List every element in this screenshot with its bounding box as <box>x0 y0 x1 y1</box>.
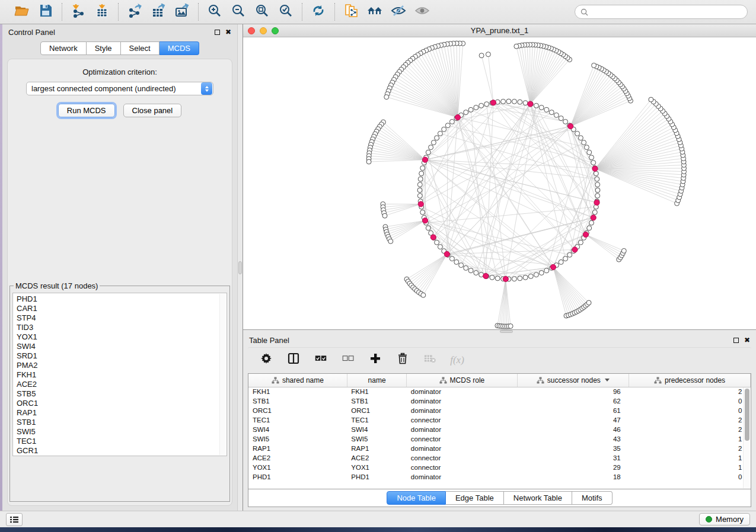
splitter-handle[interactable] <box>500 330 513 333</box>
float-panel-icon[interactable] <box>215 30 220 35</box>
first-neighbors-button[interactable] <box>365 3 385 21</box>
tab-network-table[interactable]: Network Table <box>504 491 572 505</box>
zoom-selected-button[interactable] <box>276 3 296 21</box>
tab-motifs[interactable]: Motifs <box>572 491 613 505</box>
table-cell[interactable]: 2 <box>629 415 751 425</box>
import-table-button[interactable] <box>92 3 112 21</box>
table-cell[interactable]: TEC1 <box>347 415 407 425</box>
result-node-item[interactable]: ORC1 <box>17 399 227 408</box>
tab-mcds[interactable]: MCDS <box>160 41 199 55</box>
result-node-item[interactable]: SRD1 <box>17 351 227 361</box>
result-node-item[interactable]: STB1 <box>17 418 227 427</box>
result-node-item[interactable]: STB5 <box>17 389 227 399</box>
task-history-button[interactable] <box>6 513 23 526</box>
column-visibility-button[interactable] <box>286 352 301 368</box>
table-cell[interactable]: 61 <box>517 406 629 415</box>
network-window-titlebar[interactable]: YPA_prune.txt_1 <box>243 24 756 37</box>
create-column-button[interactable] <box>368 352 383 368</box>
table-settings-button[interactable] <box>259 352 274 368</box>
table-cell[interactable]: 18 <box>517 472 629 482</box>
table-cell[interactable]: 96 <box>517 387 629 396</box>
result-node-item[interactable]: TEC1 <box>17 437 227 446</box>
result-node-item[interactable]: STP4 <box>17 313 227 323</box>
import-network-button[interactable] <box>68 3 88 21</box>
zoom-fit-button[interactable] <box>252 3 272 21</box>
table-cell[interactable]: SWI4 <box>248 425 347 434</box>
select-all-rows-button[interactable] <box>313 352 328 368</box>
result-node-item[interactable]: FKH1 <box>17 370 227 380</box>
deselect-all-rows-button[interactable] <box>340 352 356 368</box>
table-cell[interactable]: 2 <box>629 387 751 396</box>
optimization-criterion-select[interactable]: largest connected component (undirected) <box>26 82 213 95</box>
tab-select[interactable]: Select <box>121 41 160 55</box>
table-cell[interactable]: ACE2 <box>248 453 347 463</box>
table-cell[interactable]: dominator <box>407 472 517 482</box>
table-cell[interactable]: ACE2 <box>347 453 407 463</box>
result-node-item[interactable]: CAR1 <box>17 304 227 313</box>
close-panel-button[interactable]: Close panel <box>123 104 182 117</box>
table-cell[interactable]: 2 <box>629 425 751 434</box>
tab-network[interactable]: Network <box>40 41 87 55</box>
column-header-predecessor-nodes[interactable]: predecessor nodes <box>629 374 751 387</box>
result-node-item[interactable]: TID3 <box>17 323 227 332</box>
table-row[interactable]: RAP1RAP1dominator352 <box>248 444 751 453</box>
redraw-network-button[interactable] <box>308 3 328 21</box>
table-scrollbar[interactable] <box>743 387 750 488</box>
table-cell[interactable]: dominator <box>407 396 517 406</box>
table-cell[interactable]: YOX1 <box>248 463 347 472</box>
export-network-button[interactable] <box>125 3 145 21</box>
table-row[interactable]: SWI5SWI5connector431 <box>248 434 751 444</box>
result-node-item[interactable]: PMA2 <box>17 361 227 370</box>
table-cell[interactable]: dominator <box>407 425 517 434</box>
tab-style[interactable]: Style <box>87 41 121 55</box>
table-cell[interactable]: ORC1 <box>347 406 407 415</box>
table-cell[interactable]: 2 <box>629 444 751 453</box>
table-cell[interactable]: RAP1 <box>248 444 347 453</box>
table-cell[interactable]: 1 <box>629 453 751 463</box>
table-row[interactable]: FKH1FKH1dominator962 <box>248 387 751 396</box>
result-node-item[interactable]: SWI4 <box>17 342 227 351</box>
table-cell[interactable]: 29 <box>517 463 629 472</box>
table-cell[interactable]: SWI4 <box>347 425 407 434</box>
table-cell[interactable]: dominator <box>407 444 517 453</box>
result-node-item[interactable]: ACE2 <box>17 380 227 389</box>
table-cell[interactable]: STB1 <box>347 396 407 406</box>
table-cell[interactable]: TEC1 <box>248 415 347 425</box>
table-cell[interactable]: 1 <box>629 434 751 444</box>
table-cell[interactable]: ORC1 <box>248 406 347 415</box>
table-row[interactable]: PHD1PHD1dominator180 <box>248 472 751 482</box>
table-cell[interactable]: connector <box>407 415 517 425</box>
delete-columns-button[interactable] <box>395 352 410 368</box>
column-header-MCDS-role[interactable]: MCDS role <box>407 374 517 387</box>
table-cell[interactable]: 0 <box>629 406 751 415</box>
table-cell[interactable]: 0 <box>629 396 751 406</box>
duplicate-network-button[interactable] <box>341 3 361 21</box>
table-cell[interactable]: 0 <box>629 472 751 482</box>
save-session-button[interactable] <box>36 3 56 21</box>
result-node-item[interactable]: SWI5 <box>17 427 227 437</box>
export-image-button[interactable] <box>172 3 192 21</box>
table-cell[interactable]: PHD1 <box>248 472 347 482</box>
show-all-button[interactable] <box>412 3 432 21</box>
table-row[interactable]: YOX1YOX1connector291 <box>248 463 751 472</box>
run-mcds-button[interactable]: Run MCDS <box>58 104 115 117</box>
search-input[interactable] <box>591 8 742 16</box>
network-graph[interactable] <box>243 37 756 329</box>
table-cell[interactable]: RAP1 <box>347 444 407 453</box>
table-row[interactable]: STB1STB1dominator620 <box>248 396 751 406</box>
table-cell[interactable]: dominator <box>407 406 517 415</box>
column-header-successor-nodes[interactable]: successor nodes <box>517 374 629 387</box>
close-window-icon[interactable] <box>248 27 255 34</box>
hide-selected-button[interactable] <box>388 3 409 21</box>
column-header-name[interactable]: name <box>347 374 407 387</box>
table-cell[interactable]: 62 <box>517 396 629 406</box>
close-panel-icon[interactable]: ✖ <box>744 336 750 344</box>
table-cell[interactable]: 35 <box>517 444 629 453</box>
table-cell[interactable]: FKH1 <box>347 387 407 396</box>
table-cell[interactable]: FKH1 <box>248 387 347 396</box>
table-cell[interactable]: 1 <box>629 463 751 472</box>
table-cell[interactable]: 46 <box>517 425 629 434</box>
memory-button[interactable]: Memory <box>699 513 750 525</box>
mcds-result-list[interactable]: PHD1CAR1STP4TID3YOX1SWI4SRD1PMA2FKH1ACE2… <box>12 293 227 456</box>
vertical-splitter[interactable] <box>237 24 243 511</box>
